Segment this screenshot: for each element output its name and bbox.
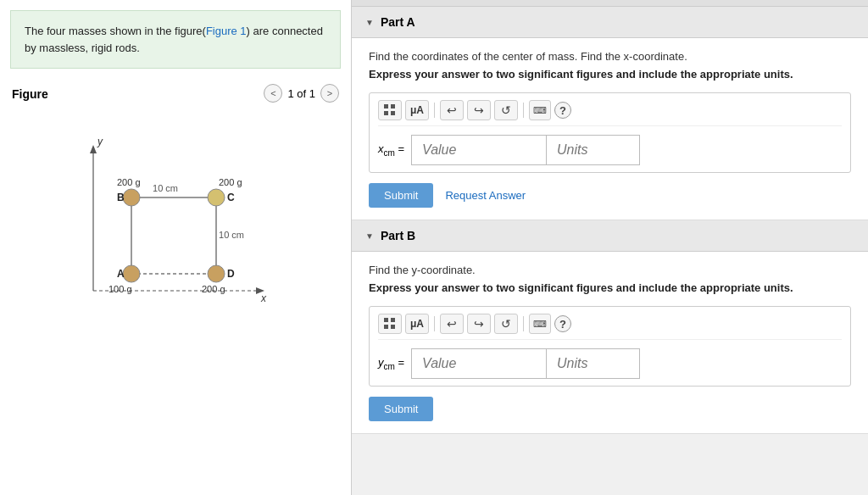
undo-button-b[interactable]: ↩ [440, 314, 464, 334]
matrix-button-a[interactable] [378, 100, 402, 120]
part-a-input-row: xcm = [378, 135, 842, 165]
figure-prev-button[interactable]: < [264, 84, 282, 103]
undo-icon-b: ↩ [447, 317, 457, 331]
part-a-units-input[interactable] [547, 135, 640, 165]
toolbar-sep-a1 [434, 103, 435, 118]
svg-text:10 cm: 10 cm [153, 183, 178, 193]
figure-nav: < 1 of 1 > [264, 84, 339, 103]
toolbar-sep-b1 [434, 316, 435, 331]
reset-button-b[interactable]: ↺ [494, 314, 518, 334]
matrix-button-b[interactable] [378, 314, 402, 334]
part-b-action-row: Submit [369, 397, 851, 421]
reset-icon-b: ↺ [501, 317, 511, 331]
part-b-header: ▼ Part B [352, 220, 868, 252]
svg-text:y: y [97, 136, 103, 147]
svg-text:C: C [227, 192, 235, 203]
svg-text:A: A [117, 268, 125, 280]
svg-text:200 g: 200 g [117, 177, 141, 187]
svg-point-13 [208, 189, 225, 206]
reset-button-a[interactable]: ↺ [494, 100, 518, 120]
svg-text:10 cm: 10 cm [219, 230, 244, 240]
part-a-value-input[interactable] [411, 135, 547, 165]
mu-button-b[interactable]: μA [405, 314, 429, 334]
matrix-icon-b [384, 318, 396, 330]
part-b-toolbar: μA ↩ ↪ ↺ ⌨ [378, 314, 842, 340]
part-b-input-label: ycm = [378, 356, 404, 371]
help-button-a[interactable]: ? [554, 102, 571, 119]
figure-nav-text: 1 of 1 [287, 87, 315, 100]
svg-point-12 [123, 189, 140, 206]
svg-text:200 g: 200 g [202, 284, 225, 294]
figure-next-button[interactable]: > [320, 84, 339, 103]
part-b-section: ▼ Part B Find the y-coordinate. Express … [352, 220, 868, 434]
svg-text:D: D [227, 268, 235, 280]
part-a-submit-button[interactable]: Submit [369, 183, 433, 208]
svg-text:200 g: 200 g [219, 177, 242, 187]
part-b-description: Find the y-coordinate. [369, 264, 851, 276]
part-a-section: ▼ Part A Find the coordinates of the cen… [352, 7, 868, 220]
keyboard-button-b[interactable]: ⌨ [529, 314, 551, 334]
redo-button-b[interactable]: ↪ [467, 314, 491, 334]
figure-label: Figure [12, 87, 48, 101]
svg-point-14 [123, 265, 140, 282]
svg-marker-2 [90, 145, 97, 153]
mu-icon-b: μA [410, 318, 424, 330]
part-a-toolbar: μA ↩ ↪ ↺ ⌨ [378, 100, 842, 126]
right-panel: ▼ Part A Find the coordinates of the cen… [352, 0, 868, 495]
reset-icon-a: ↺ [501, 103, 511, 117]
part-b-submit-button[interactable]: Submit [369, 397, 433, 421]
help-icon-a: ? [559, 104, 566, 117]
keyboard-button-a[interactable]: ⌨ [529, 100, 551, 120]
part-a-description: Find the coordinates of the center of ma… [369, 50, 851, 63]
toolbar-sep-a2 [523, 103, 524, 118]
part-a-header: ▼ Part A [352, 7, 868, 38]
help-icon-b: ? [559, 318, 566, 331]
part-a-collapse-icon[interactable]: ▼ [365, 18, 374, 27]
keyboard-icon-a: ⌨ [533, 105, 547, 116]
part-b-value-input[interactable] [411, 348, 547, 379]
part-a-title: Part A [381, 15, 415, 29]
part-a-answer-box: μA ↩ ↪ ↺ ⌨ [369, 92, 851, 173]
redo-icon-b: ↪ [474, 317, 484, 331]
svg-text:B: B [117, 192, 125, 203]
figure-diagram: y x 10 cm 10 cm [34, 130, 297, 316]
part-a-request-answer-link[interactable]: Request Answer [445, 189, 526, 202]
part-a-instruction: Express your answer to two significant f… [369, 68, 851, 81]
redo-icon-a: ↪ [474, 103, 484, 117]
part-b-units-input[interactable] [547, 348, 640, 379]
matrix-icon-a [384, 104, 396, 116]
part-b-content: Find the y-coordinate. Express your answ… [352, 252, 868, 433]
undo-button-a[interactable]: ↩ [440, 100, 464, 120]
figure-area: Figure < 1 of 1 > y x [0, 79, 351, 495]
svg-text:100 g: 100 g [108, 284, 132, 294]
keyboard-icon-b: ⌨ [533, 319, 547, 330]
part-b-instruction: Express your answer to two significant f… [369, 281, 851, 294]
part-b-collapse-icon[interactable]: ▼ [365, 231, 374, 241]
toolbar-sep-b2 [523, 316, 524, 331]
left-panel: The four masses shown in the figure(Figu… [0, 0, 352, 495]
mu-icon-a: μA [410, 104, 424, 116]
top-bar [352, 0, 868, 7]
problem-statement: The four masses shown in the figure(Figu… [10, 10, 341, 69]
problem-text-before: The four masses shown in the figure( [25, 25, 206, 37]
svg-text:x: x [260, 292, 267, 304]
part-b-title: Part B [381, 229, 415, 242]
undo-icon-a: ↩ [447, 103, 457, 117]
figure-link[interactable]: Figure 1 [206, 25, 247, 37]
mu-button-a[interactable]: μA [405, 100, 429, 120]
part-b-input-row: ycm = [378, 348, 842, 379]
svg-point-15 [208, 265, 225, 282]
part-a-content: Find the coordinates of the center of ma… [352, 38, 868, 220]
part-a-input-label: xcm = [378, 142, 404, 158]
help-button-b[interactable]: ? [554, 315, 571, 332]
redo-button-a[interactable]: ↪ [467, 100, 491, 120]
part-b-answer-box: μA ↩ ↪ ↺ ⌨ [369, 306, 851, 387]
figure-canvas: y x 10 cm 10 cm [8, 113, 331, 308]
part-a-action-row: Submit Request Answer [369, 183, 851, 208]
